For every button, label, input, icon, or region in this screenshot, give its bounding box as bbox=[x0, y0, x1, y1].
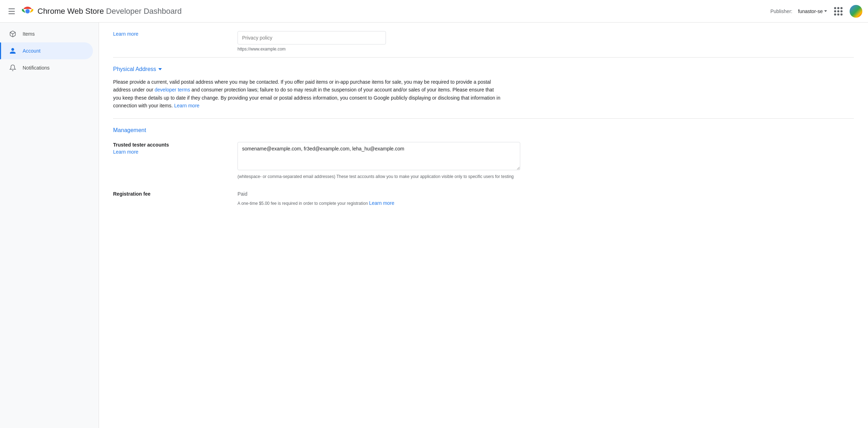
physical-address-section: Physical Address Please provide a curren… bbox=[113, 58, 854, 119]
google-apps-button[interactable] bbox=[833, 6, 844, 17]
management-title: Management bbox=[113, 127, 854, 133]
privacy-policy-section: Learn more https://www.example.com bbox=[113, 23, 854, 58]
sidebar-account-label: Account bbox=[23, 48, 41, 54]
active-indicator bbox=[0, 42, 1, 59]
trusted-tester-row: Trusted tester accounts Learn more somen… bbox=[113, 142, 854, 180]
registration-fee-value: Paid bbox=[237, 191, 854, 197]
trusted-tester-textarea[interactable]: somename@example.com, fr3ed@example.com,… bbox=[237, 142, 520, 170]
privacy-policy-input[interactable] bbox=[237, 31, 386, 44]
registration-fee-hint: A one-time $5.00 fee is required in orde… bbox=[237, 200, 854, 207]
publisher-dropdown-arrow-icon bbox=[824, 10, 827, 12]
privacy-policy-hint: https://www.example.com bbox=[237, 47, 854, 52]
main-content: Learn more https://www.example.com Physi… bbox=[99, 23, 868, 428]
package-icon bbox=[8, 30, 17, 38]
app-header: Chrome Web Store Developer Dashboard Pub… bbox=[0, 0, 868, 23]
sidebar-item-items[interactable]: Items bbox=[0, 25, 93, 42]
physical-address-description: Please provide a current, valid postal a… bbox=[113, 78, 502, 110]
registration-fee-value-col: Paid A one-time $5.00 fee is required in… bbox=[237, 191, 854, 207]
developer-terms-link[interactable]: developer terms bbox=[155, 87, 190, 93]
physical-address-chevron-icon bbox=[158, 68, 162, 70]
management-section: Management Trusted tester accounts Learn… bbox=[113, 119, 854, 227]
sidebar-notifications-label: Notifications bbox=[23, 65, 49, 71]
trusted-tester-hint: (whitespace- or comma-separated email ad… bbox=[237, 173, 520, 180]
registration-fee-label-col: Registration fee bbox=[113, 191, 226, 197]
bell-icon bbox=[8, 64, 17, 72]
sidebar: Items Account Notifications bbox=[0, 23, 99, 428]
sidebar-items-label: Items bbox=[23, 31, 35, 37]
svg-point-1 bbox=[25, 9, 30, 13]
privacy-policy-label-col: Learn more bbox=[113, 31, 226, 37]
chrome-logo-icon bbox=[22, 6, 33, 17]
trusted-tester-label: Trusted tester accounts bbox=[113, 142, 226, 148]
trusted-tester-label-col: Trusted tester accounts Learn more bbox=[113, 142, 226, 155]
hamburger-menu-button[interactable] bbox=[6, 6, 18, 17]
registration-fee-learn-more-link[interactable]: Learn more bbox=[369, 200, 394, 206]
header-right: Publisher: funastor-se bbox=[770, 5, 862, 18]
account-icon bbox=[8, 47, 17, 55]
header-left: Chrome Web Store Developer Dashboard bbox=[6, 6, 770, 17]
sidebar-item-notifications[interactable]: Notifications bbox=[0, 59, 93, 76]
registration-fee-row: Registration fee Paid A one-time $5.00 f… bbox=[113, 191, 854, 207]
publisher-selector[interactable]: funastor-se bbox=[798, 8, 827, 14]
trusted-tester-learn-more-link[interactable]: Learn more bbox=[113, 149, 139, 155]
physical-address-title[interactable]: Physical Address bbox=[113, 66, 854, 72]
user-avatar-button[interactable] bbox=[850, 5, 862, 18]
trusted-tester-input-col: somename@example.com, fr3ed@example.com,… bbox=[237, 142, 854, 180]
publisher-label: Publisher: bbox=[770, 8, 792, 14]
sidebar-item-account[interactable]: Account bbox=[0, 42, 93, 59]
header-title: Chrome Web Store Developer Dashboard bbox=[37, 7, 182, 16]
registration-fee-label: Registration fee bbox=[113, 191, 226, 197]
privacy-policy-input-col: https://www.example.com bbox=[237, 31, 854, 52]
physical-address-learn-more-link[interactable]: Learn more bbox=[174, 103, 200, 108]
privacy-policy-learn-more-link[interactable]: Learn more bbox=[113, 31, 139, 37]
main-layout: Items Account Notifications bbox=[0, 23, 868, 428]
